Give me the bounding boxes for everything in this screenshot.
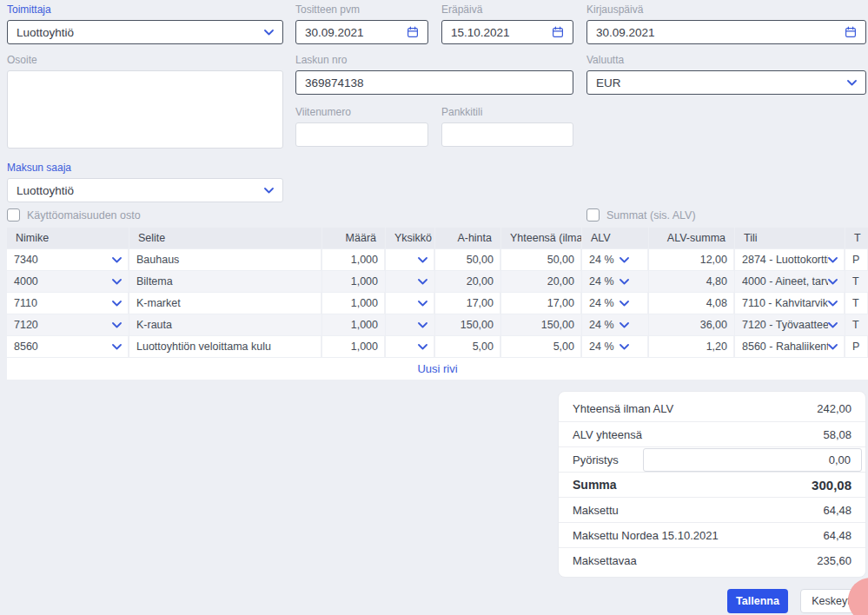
a-hinta-cell[interactable]: 5,00 [435,336,500,357]
maksun-saaja-select[interactable]: Luottoyhtiö [7,178,283,202]
nimike-dropdown[interactable]: 7340 [7,249,129,270]
a-hinta-cell[interactable]: 50,00 [435,249,500,270]
chat-fab-button[interactable] [848,578,868,615]
summat-checkbox-label: Summat (sis. ALV) [606,209,696,222]
selite-cell[interactable]: Luottoyhtiön veloittama kulu [129,336,321,357]
col-header-yhteensa: Yhteensä (ilma... [501,228,581,248]
erapaiva-value: 15.10.2021 [451,26,510,39]
alv-value: 24 % [589,275,614,288]
tyyppi-cell[interactable]: P [845,249,868,270]
a-hinta-cell[interactable]: 17,00 [435,293,500,314]
summary-value: 235,60 [817,554,851,567]
yksikko-dropdown[interactable] [386,249,434,270]
tili-value: 4000 - Aineet, tarvikkeet [742,275,828,288]
summary-row-total: Summa 300,08 [559,472,865,497]
calendar-icon[interactable] [407,26,419,38]
tyyppi-cell[interactable]: T [845,271,868,292]
yhteensa-cell[interactable]: 20,00 [501,271,581,292]
add-row-link[interactable]: Uusi rivi [417,362,457,375]
chevron-down-icon [620,257,629,263]
maara-cell[interactable]: 1,000 [322,314,385,335]
alv-summa-cell[interactable]: 36,00 [649,314,734,335]
summary-label: Yhteensä ilman ALV [573,402,673,415]
calendar-icon[interactable] [552,26,564,38]
a-hinta-cell[interactable]: 20,00 [435,271,500,292]
alv-dropdown[interactable]: 24 % [582,249,648,270]
kayttoomaisuus-checkbox[interactable]: Käyttöomaisuuden osto [7,208,141,222]
maara-cell[interactable]: 1,000 [322,249,385,270]
nimike-dropdown[interactable]: 8560 [7,336,129,357]
yksikko-dropdown[interactable] [386,314,434,335]
tyyppi-value: T [852,297,859,309]
alv-summa-cell[interactable]: 4,08 [649,293,734,314]
alv-summa-cell[interactable]: 4,80 [649,271,734,292]
yhteensa-cell[interactable]: 5,00 [501,336,581,357]
alv-dropdown[interactable]: 24 % [582,336,648,357]
checkbox-input[interactable] [586,208,600,222]
col-header-tili: Tili [735,228,845,248]
chevron-down-icon [264,30,274,36]
table-row: 7110 K-market 1,000 17,00 17,00 24 % 4,0… [7,293,868,314]
alv-summa-cell[interactable]: 1,20 [649,336,734,357]
checkbox-input[interactable] [7,208,20,222]
alv-dropdown[interactable]: 24 % [582,314,648,335]
summary-value: 242,00 [817,402,851,415]
tositteen-pvm-input[interactable]: 30.09.2021 [295,20,428,44]
tili-value: 8560 - Rahaliikenteen kulut [742,341,828,353]
pankkitili-input[interactable] [441,122,573,147]
tili-dropdown[interactable]: 7110 - Kahvitarvikkeet [735,293,845,314]
laskun-nro-input[interactable] [295,70,573,95]
alv-summa-cell[interactable]: 12,00 [649,249,734,270]
maara-cell[interactable]: 1,000 [322,271,385,292]
yhteensa-cell[interactable]: 17,00 [501,293,581,314]
kirjauspaiva-input[interactable]: 30.09.2021 [586,20,866,44]
chevron-down-icon [112,279,122,285]
tyyppi-cell[interactable]: T [845,314,868,335]
selite-value: K-rauta [136,319,172,331]
viitenumero-label: Viitenumero [295,106,428,118]
col-header-yksikko: Yksikkö [386,228,434,248]
nimike-dropdown[interactable]: 7120 [7,314,129,335]
valuutta-select[interactable]: EUR [586,70,866,95]
summat-checkbox[interactable]: Summat (sis. ALV) [586,208,696,222]
calendar-icon[interactable] [845,26,857,38]
alv-dropdown[interactable]: 24 % [582,271,648,292]
selite-cell[interactable]: Biltema [129,271,321,292]
erapaiva-input[interactable]: 15.10.2021 [441,20,573,44]
col-header-maara: Määrä [322,228,385,248]
viitenumero-input[interactable] [295,122,428,147]
yksikko-dropdown[interactable] [386,336,434,357]
selite-value: Bauhaus [136,254,179,266]
alv-dropdown[interactable]: 24 % [582,293,648,314]
col-header-tyyppi: T [845,228,868,248]
alv-value: 24 % [589,254,614,266]
kirjauspaiva-field: Kirjauspäivä 30.09.2021 [586,3,866,44]
tili-dropdown[interactable]: 7120 - Työvaatteet [735,314,845,335]
table-row: 8560 Luottoyhtiön veloittama kulu 1,000 … [7,336,868,357]
a-hinta-cell[interactable]: 150,00 [435,314,500,335]
nimike-dropdown[interactable]: 7110 [7,293,129,314]
selite-cell[interactable]: K-rauta [129,314,321,335]
yksikko-dropdown[interactable] [386,293,434,314]
yksikko-dropdown[interactable] [386,271,434,292]
save-button[interactable]: Tallenna [727,589,788,613]
tyyppi-cell[interactable]: P [845,336,868,357]
nimike-dropdown[interactable]: 4000 [7,271,129,292]
tili-dropdown[interactable]: 4000 - Aineet, tarvikkeet [735,271,845,292]
yhteensa-cell[interactable]: 50,00 [501,249,581,270]
tili-dropdown[interactable]: 2874 - Luottokorttimaksut [735,249,845,270]
toimittaja-select[interactable]: Luottoyhtiö [7,20,283,44]
maara-cell[interactable]: 1,000 [322,336,385,357]
pyoristys-input[interactable] [643,448,862,472]
tyyppi-value: T [852,319,859,331]
osoite-field: Osoite [7,54,283,152]
chevron-down-icon [847,80,857,86]
tili-dropdown[interactable]: 8560 - Rahaliikenteen kulut [735,336,845,357]
maara-cell[interactable]: 1,000 [322,293,385,314]
osoite-textarea[interactable] [7,70,283,149]
selite-cell[interactable]: K-market [129,293,321,314]
tyyppi-cell[interactable]: T [845,293,868,314]
laskun-nro-field: Laskun nro [295,54,573,95]
yhteensa-cell[interactable]: 150,00 [501,314,581,335]
selite-cell[interactable]: Bauhaus [129,249,321,270]
